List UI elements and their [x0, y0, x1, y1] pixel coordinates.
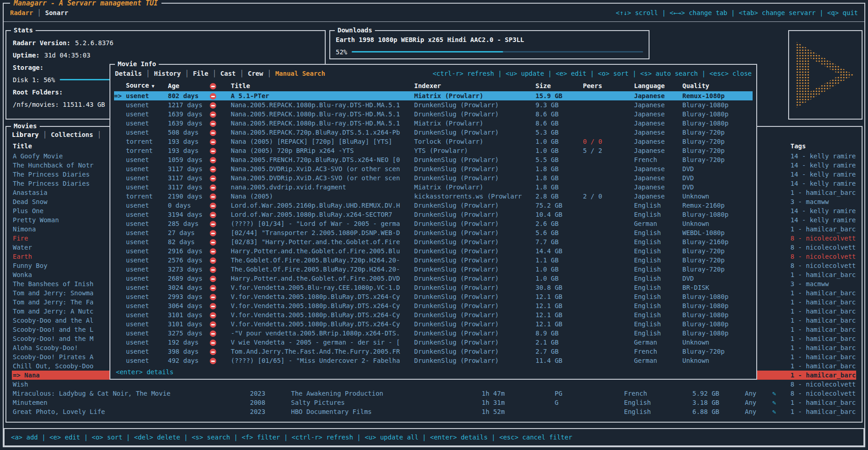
release-row[interactable]: usenet27 days[02/44] "Transporter 2.2005… [114, 228, 753, 237]
release-source: usenet [114, 246, 168, 256]
release-age: 398 days [168, 347, 210, 356]
movie-row[interactable]: Minutemen2008Salty Pictures1h 31mGEnglis… [12, 398, 856, 407]
storage-label: Storage: [13, 64, 43, 71]
release-row[interactable]: usenet3117 daysnana.2005.dvdrip.xvid.fra… [114, 183, 753, 192]
release-size: 1.0 GB [535, 137, 583, 146]
release-source: usenet [114, 274, 168, 283]
movie-row[interactable]: Wish8 - nicolecolvett [12, 380, 856, 389]
tab-cast[interactable]: Cast [220, 70, 236, 77]
release-row[interactable]: usenet3101 daysV.for.Vendetta.2005.1080p… [114, 319, 753, 329]
movie-tag: 8 - nicolecolvett [790, 252, 856, 261]
release-source-text: torrent [126, 193, 153, 200]
tab-details[interactable]: Details [115, 70, 142, 77]
release-language: English [634, 265, 682, 274]
tab-collections[interactable]: Collections [51, 131, 93, 138]
release-row[interactable]: usenet0 daysLord.of.War.2005.2160p.BluRa… [114, 201, 753, 210]
release-indexer: DrunkenSlug (Prowlarr) [414, 329, 535, 338]
column-size[interactable]: Size [535, 80, 583, 91]
release-row[interactable]: usenet3101 daysV.for.Vendetta.2005.1080p… [114, 310, 753, 319]
column-age[interactable]: Age [168, 80, 210, 91]
release-row[interactable]: usenet1217 daysNana.2005.REPACK.1080p.Bl… [114, 100, 753, 110]
movie-tag: 14 - kelly ramirez [790, 170, 856, 179]
tab-library[interactable]: Library [12, 131, 39, 138]
release-row[interactable]: usenet1059 daysNana.2005.FRENCH.720p.Blu… [114, 155, 753, 164]
column-rejected[interactable] [210, 80, 231, 91]
release-row[interactable]: usenet3275 days-"V pour vendetta.2005.BR… [114, 329, 753, 338]
no-entry-icon [210, 257, 216, 264]
release-row[interactable]: usenet3117 daysNana.2005.DVDRip.XviD.AC3… [114, 164, 753, 173]
release-indexer: DrunkenSlug (Prowlarr) [414, 128, 535, 137]
column-quality[interactable]: Quality [682, 80, 753, 91]
release-row[interactable]: usenet192 daysV wie Vendetta - 2005 - ge… [114, 338, 753, 347]
column-language[interactable]: Language [634, 80, 682, 91]
release-row[interactable]: usenet1639 daysNana.2005.REPACK.1080p.Bl… [114, 119, 753, 128]
release-source-text: usenet [126, 247, 149, 255]
no-entry-icon [210, 139, 216, 145]
no-entry-icon [210, 194, 216, 200]
release-source-text: usenet [126, 293, 149, 300]
release-row[interactable]: usenet1639 daysNana.2005.REPACK.1080p.Bl… [114, 110, 753, 119]
release-row[interactable]: usenet508 daysNana.2005.REPACK.720p.BluR… [114, 128, 753, 137]
movie-runtime: 1h 31m [482, 398, 555, 407]
release-row[interactable]: usenet285 days(????) [01/34] - "Lord of … [114, 219, 753, 228]
tab-sonarr[interactable]: Sonarr [45, 9, 68, 16]
movie-tag: 1 - hamilcar_barca [790, 334, 856, 343]
release-indexer: DrunkenSlug (Prowlarr) [414, 237, 535, 246]
movie-row[interactable]: Great Photo, Lovely Life2023HBO Document… [12, 407, 856, 416]
tab-crew[interactable]: Crew [248, 70, 263, 77]
release-row[interactable]: usenet398 daysTom.And.Jerry.The.Fast.And… [114, 347, 753, 356]
release-row[interactable]: torrent2190 daysNana (2005)kickasstorren… [114, 192, 753, 201]
release-row[interactable]: usenet3194 daysLord.of.War.2005.1080p.Bl… [114, 210, 753, 219]
release-row[interactable]: usenet2689 daysHarry.Potter.and.the.Gobl… [114, 274, 753, 283]
release-title: [02/83] "Harry.Potter.and.the.Goblet.of.… [231, 237, 414, 246]
tab-history[interactable]: History [154, 70, 181, 77]
release-indexer: DrunkenSlug (Prowlarr) [414, 310, 535, 319]
release-row[interactable]: torrent193 daysNana (2005) [REPACK] [720… [114, 137, 753, 146]
release-source-text: usenet [126, 266, 149, 273]
release-row[interactable]: usenet2916 daysHarry.Potter.and.the.Gobl… [114, 246, 753, 256]
release-language: Japanese [634, 128, 682, 137]
release-source: usenet [114, 356, 168, 365]
release-row[interactable]: torrent193 daysNana (2005) 720p BRRip x2… [114, 146, 753, 155]
release-quality: Bluray-720p [682, 265, 753, 274]
release-row[interactable]: usenet492 days(????) [01/65] - "Miss Und… [114, 356, 753, 365]
release-row[interactable]: usenet2993 daysV.for.Vendetta.2005.1080p… [114, 292, 753, 301]
release-quality: Bluray-720p [682, 137, 753, 146]
tab-file[interactable]: File [193, 70, 208, 77]
no-entry-icon [210, 221, 216, 227]
release-age: 3101 days [168, 310, 210, 319]
release-indexer: DrunkenSlug (Prowlarr) [414, 338, 535, 347]
release-quality: Bluray-720p [682, 146, 753, 155]
column-source: Source [126, 82, 149, 89]
release-age: 1217 days [168, 100, 210, 110]
release-size: 8.6 GB [535, 119, 583, 128]
release-source: usenet [114, 329, 168, 338]
column-source-cell[interactable]: Source▼ [114, 80, 168, 92]
release-source: usenet [114, 110, 168, 119]
release-peers: 0 / 0 [583, 137, 634, 146]
release-row[interactable]: usenet82 days[02/83] "Harry.Potter.and.t… [114, 237, 753, 246]
release-language: English [634, 246, 682, 256]
column-peers[interactable]: Peers [583, 80, 634, 91]
release-quality: Bluray-1080p [682, 100, 753, 110]
column-release-title[interactable]: Title [231, 80, 414, 91]
tab-manual-search[interactable]: Manual Search [275, 70, 325, 77]
release-title: nana.2005.dvdrip.xvid.fragment [231, 183, 414, 192]
movie-row[interactable]: Miraculous: Ladybug & Cat Noir, The Movi… [12, 389, 856, 398]
release-row[interactable]: usenet3117 daysNana.2005.DVDRip.XviD.AC3… [114, 173, 753, 183]
movie-tag: 1 - hamilcar_barca [790, 343, 856, 352]
release-age: 3117 days [168, 183, 210, 192]
release-row[interactable]: usenet3024 daysV.for.Vendetta.2005.Blu-r… [114, 283, 753, 292]
no-entry-icon [210, 203, 216, 209]
release-row[interactable]: =>usenet802 daysA 5.1-PTerMiatrix (Prowl… [114, 91, 753, 100]
column-indexer[interactable]: Indexer [414, 80, 535, 91]
tab-radarr[interactable]: Radarr [10, 9, 33, 16]
release-title: Nana.2005.DVDRip.XviD.AC3-SVO (or other … [231, 164, 414, 173]
column-tags[interactable]: Tags [790, 141, 856, 152]
release-indexer: Miatrix (Prowlarr) [414, 183, 535, 192]
release-source-text: usenet [126, 357, 149, 364]
release-row[interactable]: usenet3273 daysThe.Goblet.Of.Fire.2005.B… [114, 265, 753, 274]
release-row[interactable]: usenet2576 daysThe.Goblet.Of.Fire.2005.B… [114, 256, 753, 265]
release-row[interactable]: usenet3064 daysV.for.Vendetta.2005.1080p… [114, 301, 753, 310]
release-rejected [210, 119, 231, 128]
